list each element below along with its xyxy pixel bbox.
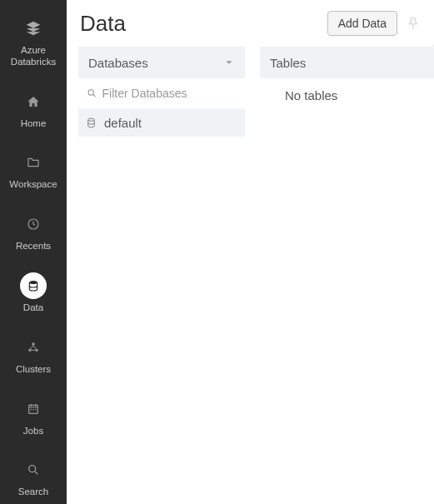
database-row[interactable]: default [78,108,245,137]
tables-panel: Tables No tables [260,47,434,504]
topbar: Data Add Data [67,0,434,47]
sidebar-item-label: Clusters [16,364,51,376]
tables-empty-message: No tables [260,78,434,112]
svg-point-11 [88,118,95,121]
databases-filter-row [78,78,245,108]
sidebar-item-label: Data [23,302,43,314]
add-data-button[interactable]: Add Data [327,11,397,36]
sidebar-item-search[interactable]: Search [18,457,48,498]
search-icon [20,457,47,483]
svg-point-10 [88,90,93,95]
svg-rect-8 [35,409,36,410]
pin-icon[interactable] [406,16,421,31]
sidebar-item-jobs[interactable]: Jobs [20,396,47,437]
databricks-icon [20,15,47,42]
sidebar-item-home[interactable]: Home [20,88,47,130]
data-icon [20,272,47,299]
svg-rect-7 [32,409,33,410]
sidebar-item-label: Jobs [23,426,43,437]
sidebar-item-recents[interactable]: Recents [16,211,51,252]
search-icon [87,87,97,99]
sidebar-item-label: Recents [16,241,51,252]
databases-header-label: Databases [88,56,148,70]
sidebar-item-workspace[interactable]: Workspace [9,149,57,191]
sidebar-item-label: Home [21,118,47,130]
calendar-icon [20,396,47,422]
sidebar-item-label: Workspace [9,179,57,191]
page-title: Data [80,11,126,37]
clusters-icon [20,334,47,361]
database-name: default [104,116,142,130]
database-icon [85,117,97,129]
sidebar-item-label: Search [18,487,48,498]
folder-icon [20,149,47,176]
databases-header[interactable]: Databases [78,47,245,78]
svg-point-1 [29,281,37,284]
tables-header: Tables [260,47,434,78]
svg-point-2 [32,342,34,345]
clock-icon [20,211,47,237]
svg-rect-6 [31,409,32,410]
tables-header-label: Tables [270,56,306,70]
chevron-down-icon [223,57,235,68]
sidebar-item-clusters[interactable]: Clusters [16,334,51,376]
sidebar-item-data[interactable]: Data [20,272,47,314]
home-icon [20,88,47,115]
svg-point-9 [29,466,36,472]
filter-databases-input[interactable] [102,87,237,100]
sidebar-brand-label: Azure Databricks [11,45,56,68]
sidebar: Azure Databricks Home Workspace Recents [0,0,67,504]
sidebar-brand[interactable]: Azure Databricks [11,15,56,68]
databases-panel: Databases default [78,47,245,504]
main-area: Data Add Data Databases [67,0,434,504]
